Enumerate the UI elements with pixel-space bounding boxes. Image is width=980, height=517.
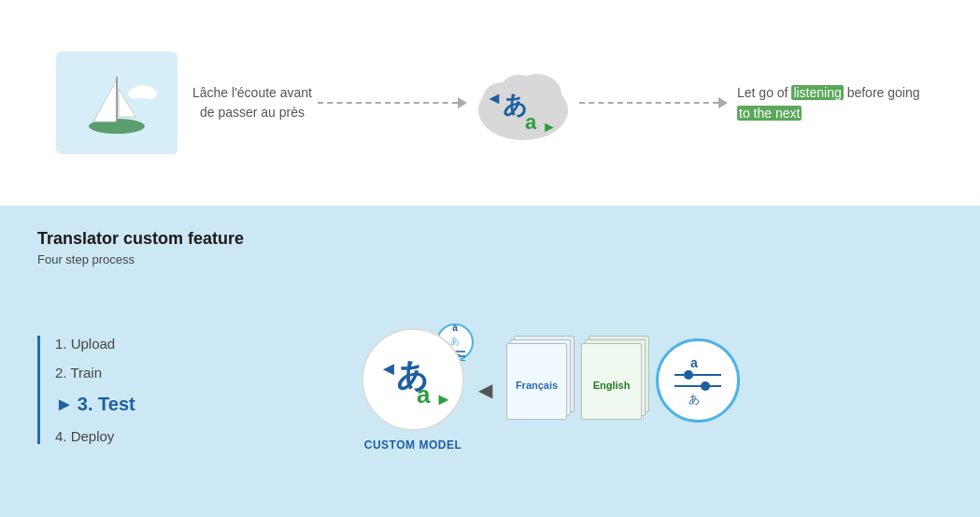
svg-point-5	[128, 88, 143, 99]
highlight-listening: listening	[791, 85, 843, 100]
svg-text:あ: あ	[689, 393, 700, 406]
english-text-mid: before going	[844, 85, 920, 100]
english-doc-stack: English	[581, 336, 646, 420]
svg-text:►: ►	[435, 390, 450, 409]
top-section: Lâche l'écoute avant de passer au près あ…	[0, 0, 980, 206]
custom-model-label: CUSTOM MODEL	[364, 438, 462, 452]
section-title: Translator custom feature	[37, 229, 943, 249]
svg-point-27	[684, 370, 693, 380]
english-caption: Let go of listening before going to the …	[737, 82, 924, 124]
french-doc-label: Français	[516, 380, 558, 391]
svg-text:あ: あ	[503, 91, 528, 119]
sailboat-image	[56, 51, 178, 154]
arrow-2	[579, 97, 729, 108]
english-doc-label: English	[593, 380, 631, 391]
tuning-circle: a あ	[656, 338, 740, 423]
bottom-content: 1. Upload 2. Train ►3. Test 4. Deploy a …	[37, 285, 943, 494]
cloud-translator-icon: あ ◄ a ►	[467, 59, 579, 148]
step-train: 2. Train	[55, 365, 159, 381]
svg-text:◄: ◄	[379, 358, 398, 379]
svg-text:a: a	[525, 110, 537, 134]
bottom-section: Translator custom feature Four step proc…	[0, 206, 980, 517]
svg-text:◄: ◄	[486, 89, 503, 108]
svg-point-6	[142, 88, 157, 99]
svg-point-29	[701, 381, 710, 391]
steps-list: 1. Upload 2. Train ►3. Test 4. Deploy	[37, 336, 159, 444]
french-doc-stack: Français	[506, 336, 572, 420]
step-deploy: 4. Deploy	[55, 428, 159, 444]
svg-marker-1	[93, 79, 117, 122]
english-text-before: Let go of	[737, 85, 791, 100]
french-caption: Lâche l'écoute avant de passer au près	[187, 83, 318, 122]
arrow-1	[318, 97, 467, 108]
custom-model-wrap: a あ	[362, 328, 464, 452]
diagram-area: a あ	[159, 328, 943, 452]
doc-stacks: Français English	[506, 336, 646, 420]
svg-text:►: ►	[542, 119, 557, 135]
documents-area: Français English	[506, 336, 646, 420]
highlight-next: to the next	[737, 106, 802, 121]
step-arrow-icon: ►	[55, 394, 74, 414]
svg-text:a: a	[417, 381, 431, 409]
custom-model-circle: あ ◄ a ►	[362, 328, 464, 431]
arrow-to-model: ◀	[478, 379, 492, 401]
section-subtitle: Four step process	[37, 252, 943, 266]
svg-text:a: a	[690, 355, 698, 370]
step-upload: 1. Upload	[55, 336, 159, 352]
step-test: ►3. Test	[55, 394, 159, 415]
